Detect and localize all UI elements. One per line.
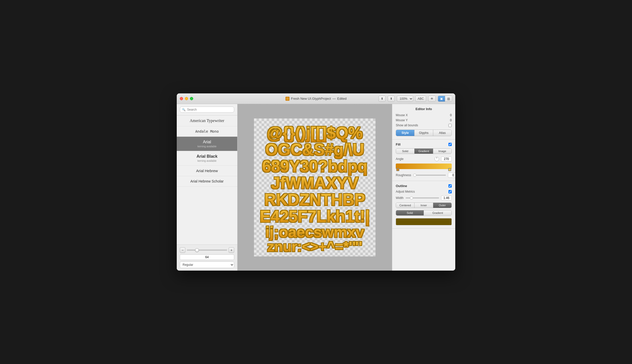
- maximize-button[interactable]: [190, 97, 193, 100]
- editor-info-section: Editor Info Mouse X 0 Mouse Y 0 Show all…: [392, 104, 455, 139]
- tab-style[interactable]: Style: [396, 130, 414, 136]
- upload-button[interactable]: ⬆: [379, 96, 386, 102]
- zoom-select[interactable]: 100%: [397, 96, 413, 102]
- outline-type-group: Solid Gradient: [396, 210, 452, 216]
- view-toggle-group: ▣ ▥: [438, 96, 452, 102]
- close-button[interactable]: [180, 97, 183, 100]
- svg-text:ij;oaecswmxv: ij;oaecswmxv: [265, 224, 364, 240]
- svg-text:znur:<>+^=*'"': znur:<>+^=*'"': [267, 238, 362, 254]
- app-icon: [285, 97, 289, 101]
- size-slider[interactable]: [187, 250, 227, 251]
- title-text: Fresh New UI.GlyphProject: [291, 97, 331, 100]
- gradient-stop-right[interactable]: [448, 168, 451, 171]
- angle-dial[interactable]: [434, 157, 439, 161]
- roughness-slider[interactable]: [413, 175, 446, 176]
- roughness-input[interactable]: 0: [448, 173, 455, 178]
- abc-button[interactable]: ABC: [415, 96, 426, 102]
- tab-atlas[interactable]: Atlas: [433, 130, 451, 136]
- gradient-stop-left[interactable]: [396, 168, 399, 171]
- show-bounds-label: Show all bounds: [396, 124, 418, 127]
- mouse-x-label: Mouse X: [396, 113, 408, 117]
- align-outer-btn[interactable]: Outer: [433, 203, 451, 208]
- split-view-button[interactable]: ▥: [445, 96, 452, 102]
- single-view-button[interactable]: ▣: [438, 96, 445, 102]
- title-separator: —: [332, 97, 336, 100]
- outline-color-swatch[interactable]: [396, 218, 452, 225]
- fill-section: Fill Solid Gradient Image Angle 270: [392, 139, 455, 181]
- size-decrease-button[interactable]: −: [180, 247, 185, 253]
- size-input[interactable]: 64: [180, 254, 234, 260]
- app-window: Fresh New UI.GlyphProject — Edited ⬆ ⬆ 1…: [177, 93, 455, 271]
- fill-type-group: Solid Gradient Image: [396, 148, 452, 154]
- adjust-metrics-checkbox[interactable]: [448, 190, 452, 193]
- sidebar-bottom: − + 64 Regular: [177, 245, 237, 271]
- font-name: American Typewriter: [181, 118, 233, 123]
- fill-enabled-checkbox[interactable]: [448, 143, 452, 146]
- tab-glyphs[interactable]: Glyphs: [414, 130, 433, 136]
- preview-button[interactable]: 👁: [428, 96, 436, 102]
- size-control: − +: [180, 247, 234, 253]
- mouse-x-value: 0: [450, 113, 452, 117]
- font-item-andale-mono[interactable]: Andale Mono: [177, 126, 237, 137]
- main-content: 🔍 American Typewriter Andale Mono Arial …: [177, 104, 455, 271]
- search-input[interactable]: [187, 108, 232, 111]
- width-input[interactable]: 1.46: [441, 195, 452, 200]
- font-list: American Typewriter Andale Mono Arial ke…: [177, 115, 237, 245]
- size-increase-button[interactable]: +: [229, 247, 234, 253]
- font-name: Arial Hebrew Scholar: [181, 179, 233, 183]
- outline-solid-btn[interactable]: Solid: [396, 210, 424, 215]
- search-bar-container: 🔍: [177, 104, 237, 115]
- window-title: Fresh New UI.GlyphProject — Edited: [285, 97, 346, 101]
- outline-gradient-btn[interactable]: Gradient: [424, 210, 451, 215]
- minimize-button[interactable]: [185, 97, 188, 100]
- align-inner-btn[interactable]: Inner: [414, 203, 433, 208]
- adjust-metrics-label: Adjust Metrics: [396, 190, 415, 193]
- font-item-arial-hebrew[interactable]: Arial Hebrew: [177, 166, 237, 176]
- glyph-canvas[interactable]: @{}()j[[]$Q% OGC&S#g/\U 689Y30?bdpq JfWM…: [254, 118, 376, 256]
- editor-info-title: Editor Info: [396, 107, 452, 111]
- fill-title: Fill: [396, 143, 401, 146]
- outline-title: Outline: [396, 184, 407, 188]
- svg-text:@{}()j[[]$Q%: @{}()j[[]$Q%: [267, 124, 363, 142]
- fill-gradient-btn[interactable]: Gradient: [414, 149, 433, 154]
- search-icon: 🔍: [182, 108, 186, 111]
- toolbar-actions: ⬆ ⬆ 100% ABC 👁 ▣ ▥: [379, 96, 452, 102]
- sidebar: 🔍 American Typewriter Andale Mono Arial …: [177, 104, 238, 271]
- fill-image-btn[interactable]: Image: [433, 149, 451, 154]
- search-input-wrapper: 🔍: [180, 107, 234, 113]
- title-subtitle: Edited: [337, 97, 347, 100]
- font-item-arial[interactable]: Arial kerning available: [177, 137, 237, 151]
- width-label: Width: [396, 196, 404, 200]
- font-name: Arial Black: [181, 154, 233, 159]
- share-button[interactable]: ⬆: [388, 96, 395, 102]
- svg-text:OGC&S#g/\U: OGC&S#g/\U: [265, 140, 364, 159]
- mouse-y-row: Mouse Y 0: [396, 118, 452, 122]
- angle-input[interactable]: 270: [441, 156, 452, 161]
- svg-text:JfWMAXYV: JfWMAXYV: [271, 174, 359, 192]
- show-bounds-row: Show all bounds: [396, 124, 452, 127]
- mouse-y-label: Mouse Y: [396, 118, 408, 122]
- outline-enabled-checkbox[interactable]: [448, 184, 452, 188]
- font-kerning: kerning available: [181, 145, 233, 148]
- angle-row: Angle 270: [396, 156, 452, 161]
- font-name: Andale Mono: [181, 129, 233, 133]
- outline-align-group: Centered Inner Outer: [396, 203, 452, 208]
- width-slider[interactable]: [406, 197, 439, 198]
- angle-label: Angle: [396, 157, 432, 161]
- fill-solid-btn[interactable]: Solid: [396, 149, 414, 154]
- adjust-metrics-row: Adjust Metrics: [396, 190, 452, 193]
- mouse-y-value: 0: [450, 118, 452, 122]
- style-select[interactable]: Regular: [180, 261, 234, 268]
- right-panel: Editor Info Mouse X 0 Mouse Y 0 Show all…: [392, 104, 455, 271]
- font-item-american-typewriter[interactable]: American Typewriter: [177, 115, 237, 126]
- font-kerning: kerning available: [181, 159, 233, 162]
- font-item-arial-hebrew-scholar[interactable]: Arial Hebrew Scholar: [177, 176, 237, 187]
- main-tab-group: Style Glyphs Atlas: [396, 130, 452, 136]
- show-bounds-checkbox[interactable]: [448, 124, 452, 127]
- outline-section: Outline Adjust Metrics Width 1.46 Center…: [392, 181, 455, 229]
- gradient-bar[interactable]: [396, 164, 452, 169]
- traffic-lights: [180, 97, 193, 100]
- font-item-arial-black[interactable]: Arial Black kerning available: [177, 151, 237, 166]
- canvas-area: @{}()j[[]$Q% OGC&S#g/\U 689Y30?bdpq JfWM…: [238, 104, 392, 271]
- align-centered-btn[interactable]: Centered: [396, 203, 414, 208]
